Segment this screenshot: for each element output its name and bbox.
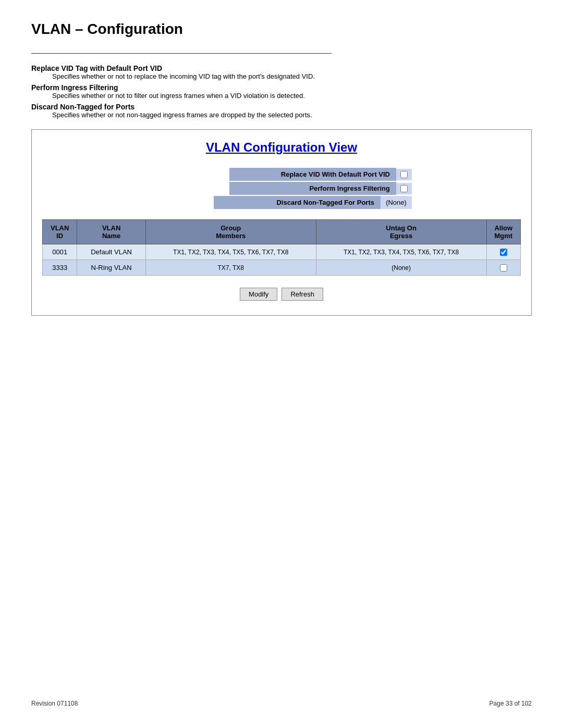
button-row: Modify Refresh: [42, 283, 521, 305]
col-header-untag-egress: Untag On Egress: [316, 220, 486, 244]
row1-vlan-id: 0001: [43, 244, 77, 260]
desc-label-1: Replace VID Tag with Default Port VID: [31, 64, 162, 72]
config-view-title: VLAN Configuration View: [42, 140, 521, 155]
desc-item-1: Replace VID Tag with Default Port VID Sp…: [31, 64, 532, 80]
checkbox-ingress[interactable]: [400, 185, 408, 192]
checkbox-replace-vid[interactable]: [400, 171, 408, 178]
col-header-vlan-name: VLAN Name: [77, 220, 145, 244]
option-label-ingress: Perform Ingress Filtering: [229, 182, 396, 195]
col-header-group-members: Group Members: [145, 220, 316, 244]
col-header-allow-mgmt: Allow Mgmt: [486, 220, 520, 244]
vlan-table: VLAN ID VLAN Name Group Members Untag On…: [42, 219, 521, 276]
config-options: Replace VID With Default Port VID Perfor…: [42, 168, 521, 209]
desc-text-2: Specifies whether or not to filter out i…: [52, 92, 532, 100]
row2-vlan-id: 3333: [43, 260, 77, 276]
row1-untag-egress: TX1, TX2, TX3, TX4, TX5, TX6, TX7, TX8: [316, 244, 486, 260]
footer-page: Page 33 of 102: [489, 700, 532, 707]
refresh-button[interactable]: Refresh: [282, 288, 323, 301]
row2-allow-mgmt[interactable]: [486, 260, 520, 276]
option-row-1: Replace VID With Default Port VID: [151, 168, 412, 181]
row1-allow-mgmt-checkbox[interactable]: [500, 249, 507, 256]
option-label-replace-vid: Replace VID With Default Port VID: [229, 168, 396, 181]
option-row-3: Discard Non-Tagged For Ports (None): [151, 196, 412, 209]
config-box: VLAN Configuration View Replace VID With…: [31, 129, 532, 316]
table-row: 3333 N-Ring VLAN TX7, TX8 (None): [43, 260, 521, 276]
desc-label-3: Discard Non-Tagged for Ports: [31, 103, 134, 111]
page-footer: Revision 071108 Page 33 of 102: [31, 700, 532, 707]
row1-members: TX1, TX2, TX3, TX4, TX5, TX6, TX7, TX8: [145, 244, 316, 260]
option-checkbox-ingress[interactable]: [396, 183, 412, 194]
option-label-discard: Discard Non-Tagged For Ports: [214, 196, 381, 209]
description-section: Replace VID Tag with Default Port VID Sp…: [31, 64, 532, 119]
page-title: VLAN – Configuration: [31, 21, 532, 38]
table-header-row: VLAN ID VLAN Name Group Members Untag On…: [43, 220, 521, 244]
desc-text-1: Specifies whether or not to replace the …: [52, 72, 532, 80]
table-row: 0001 Default VLAN TX1, TX2, TX3, TX4, TX…: [43, 244, 521, 260]
col-header-vlan-id: VLAN ID: [43, 220, 77, 244]
row1-allow-mgmt[interactable]: [486, 244, 520, 260]
row2-vlan-name: N-Ring VLAN: [77, 260, 145, 276]
desc-item-2: Perform Ingress Filtering Specifies whet…: [31, 83, 532, 100]
title-divider: [31, 53, 332, 54]
row2-members: TX7, TX8: [145, 260, 316, 276]
option-row-2: Perform Ingress Filtering: [151, 182, 412, 195]
row2-untag-egress: (None): [316, 260, 486, 276]
row2-allow-mgmt-checkbox[interactable]: [500, 264, 507, 272]
row1-vlan-name: Default VLAN: [77, 244, 145, 260]
footer-revision: Revision 071108: [31, 700, 78, 707]
desc-label-2: Perform Ingress Filtering: [31, 83, 118, 92]
desc-text-3: Specifies whether or not non-tagged ingr…: [52, 111, 532, 119]
option-value-discard: (None): [381, 196, 412, 209]
desc-item-3: Discard Non-Tagged for Ports Specifies w…: [31, 103, 532, 119]
modify-button[interactable]: Modify: [240, 288, 277, 301]
option-checkbox-replace-vid[interactable]: [396, 169, 412, 180]
